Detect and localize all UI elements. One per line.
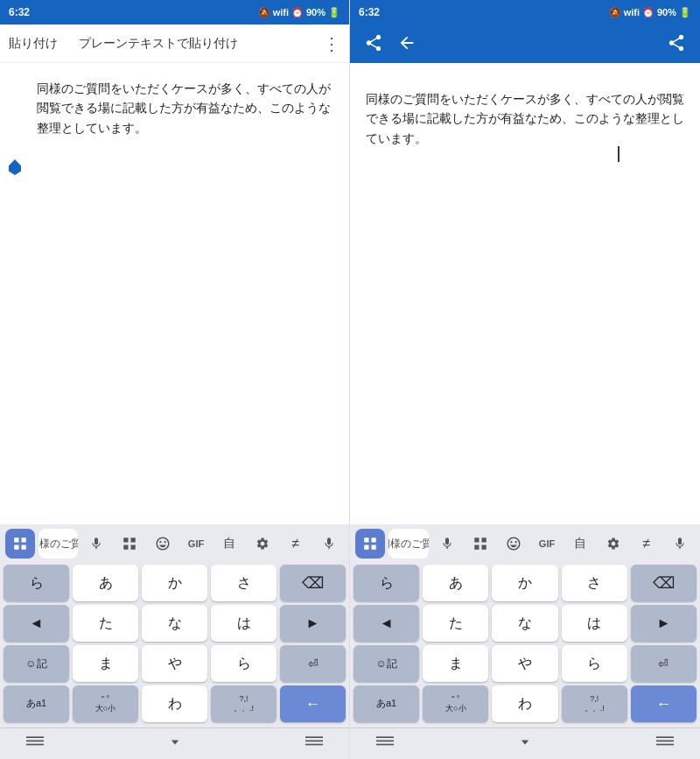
- right-mic2-btn[interactable]: [665, 529, 695, 559]
- key-wa-left[interactable]: わ: [142, 685, 207, 722]
- key-ha-left[interactable]: は: [211, 605, 276, 642]
- right-keyboard-toggle2[interactable]: [656, 736, 674, 748]
- svg-rect-26: [656, 740, 674, 741]
- left-chevron-down[interactable]: [166, 737, 184, 748]
- right-settings-btn[interactable]: [598, 529, 628, 559]
- right-key-na[interactable]: な: [492, 605, 557, 642]
- key-a-left[interactable]: あ: [73, 565, 138, 601]
- key-ma-left[interactable]: ま: [73, 645, 138, 682]
- left-doc-btn[interactable]: 自: [214, 529, 244, 559]
- key-ya-left[interactable]: や: [142, 645, 207, 682]
- right-key-emoji-rec[interactable]: ☺記: [354, 645, 419, 682]
- svg-rect-6: [123, 545, 128, 550]
- back-button[interactable]: [397, 33, 416, 55]
- key-punct-left[interactable]: ?,!。、.!: [211, 685, 276, 722]
- svg-rect-27: [656, 743, 674, 745]
- key-return-left[interactable]: ⏎: [280, 645, 346, 682]
- right-key-ra[interactable]: ら: [562, 645, 627, 682]
- right-key-ka[interactable]: か: [492, 565, 557, 601]
- right-key-wa[interactable]: わ: [492, 685, 557, 722]
- svg-rect-19: [482, 538, 486, 542]
- right-key-right-arrow[interactable]: ►: [631, 605, 696, 642]
- right-key-diacritic[interactable]: " °大○小: [423, 685, 488, 722]
- right-mic-btn[interactable]: [432, 529, 462, 559]
- right-doc-btn[interactable]: 自: [565, 529, 595, 559]
- key-na-left[interactable]: な: [142, 605, 207, 642]
- key-undo-left[interactable]: ら: [4, 565, 69, 601]
- key-ka-left[interactable]: か: [142, 565, 207, 601]
- right-key-mode[interactable]: あa1: [354, 685, 419, 722]
- svg-rect-25: [656, 736, 674, 738]
- share2-button[interactable]: [667, 33, 686, 55]
- left-grid-btn[interactable]: [5, 529, 35, 559]
- key-sa-left[interactable]: さ: [211, 565, 276, 601]
- right-keyboard[interactable]: 自 同様のご質問... GIF 自 ≠ ら: [350, 524, 700, 759]
- right-key-punct[interactable]: ?,!。、.!: [562, 685, 627, 722]
- key-ra-left[interactable]: ら: [211, 645, 276, 682]
- right-key-a[interactable]: あ: [423, 565, 488, 601]
- key-emoji-rec-left[interactable]: ☺記: [4, 645, 69, 682]
- left-keyboard-toggle[interactable]: [26, 736, 44, 748]
- right-key-del[interactable]: ⌫: [631, 565, 696, 601]
- right-keyboard-toggle[interactable]: [376, 736, 394, 748]
- right-key-ta[interactable]: た: [423, 605, 488, 642]
- right-clipboard-btn[interactable]: 自 同様のご質問...: [388, 529, 429, 559]
- right-action-left-icons: [364, 33, 416, 55]
- right-emoji-kbd-btn[interactable]: [499, 529, 528, 559]
- key-ta-left[interactable]: た: [73, 605, 138, 642]
- left-keyboard-rows: ら あ か さ ⌫ ◄ た な は ► ☺記 ま や ら ⏎: [0, 563, 349, 727]
- right-gif-btn[interactable]: GIF: [532, 529, 562, 559]
- left-settings-btn[interactable]: [248, 529, 277, 559]
- left-mic-btn[interactable]: [81, 529, 111, 559]
- right-grid2-btn[interactable]: [466, 529, 495, 559]
- right-key-ya[interactable]: や: [492, 645, 557, 682]
- left-slash-btn[interactable]: ≠: [281, 529, 311, 559]
- right-grid-btn[interactable]: [355, 529, 385, 559]
- right-key-return[interactable]: ⏎: [631, 645, 696, 682]
- right-key-ma[interactable]: ま: [423, 645, 488, 682]
- left-emoji-kbd-btn[interactable]: [148, 529, 178, 559]
- share-button[interactable]: [364, 33, 383, 55]
- right-kb-row-1: ら あ か さ ⌫: [354, 565, 696, 601]
- right-key-ha[interactable]: は: [562, 605, 627, 642]
- right-content-area: 同様のご質問をいただくケースが多く、すべての人が閲覧できる場に記載した方が有益な…: [350, 63, 700, 524]
- left-time: 6:32: [9, 6, 30, 18]
- right-keyboard-rows: ら あ か さ ⌫ ◄ た な は ► ☺記 ま や ら ⏎: [350, 563, 700, 727]
- svg-rect-1: [22, 538, 26, 542]
- left-keyboard[interactable]: 自 同様のご質問... GIF 自 ≠ ら: [0, 524, 349, 759]
- left-clipboard-btn[interactable]: 自 同様のご質問...: [38, 529, 78, 559]
- paste-label[interactable]: 貼り付け: [9, 36, 58, 52]
- left-keyboard-toggle2[interactable]: [305, 736, 323, 748]
- left-gif-btn[interactable]: GIF: [181, 529, 211, 559]
- left-status-bar: 6:32 🔕 wifi ⏰ 90% 🔋: [0, 0, 349, 25]
- signal-icon: 🔕: [258, 7, 270, 18]
- right-key-sa[interactable]: さ: [562, 565, 627, 601]
- svg-rect-10: [26, 743, 44, 745]
- right-kb-row-4: あa1 " °大○小 わ ?,!。、.! ←: [354, 685, 696, 722]
- clipboard-preview: 自 同様のご質問...: [38, 537, 78, 552]
- left-grid2-btn[interactable]: [115, 529, 144, 559]
- blue-dot-indicator: [9, 159, 21, 175]
- key-mode-left[interactable]: あa1: [4, 685, 69, 722]
- text-cursor: [618, 146, 620, 162]
- right-key-undo[interactable]: ら: [354, 565, 419, 601]
- svg-rect-15: [372, 538, 376, 542]
- left-mic2-btn[interactable]: [314, 529, 344, 559]
- right-key-enter[interactable]: ←: [631, 685, 696, 722]
- svg-rect-4: [123, 538, 128, 542]
- key-enter-left[interactable]: ←: [280, 685, 346, 722]
- key-right-arrow-left[interactable]: ►: [280, 605, 346, 642]
- left-kb-row-1: ら あ か さ ⌫: [4, 565, 346, 601]
- more-options-icon[interactable]: ⋮: [323, 33, 340, 54]
- key-del-left[interactable]: ⌫: [280, 565, 346, 601]
- right-chevron-down[interactable]: [516, 737, 534, 748]
- key-diacritic-left[interactable]: " °大○小: [73, 685, 138, 722]
- right-key-left-arrow[interactable]: ◄: [354, 605, 419, 642]
- right-slash-btn[interactable]: ≠: [632, 529, 662, 559]
- plain-paste-label[interactable]: プレーンテキストで貼り付け: [79, 36, 238, 52]
- right-signal-icon: 🔕: [609, 7, 621, 18]
- svg-rect-12: [305, 740, 323, 741]
- key-left-arrow-left[interactable]: ◄: [4, 605, 69, 642]
- battery-text: 90%: [306, 7, 326, 18]
- left-panel: 6:32 🔕 wifi ⏰ 90% 🔋 貼り付け プレーンテキストで貼り付け ⋮…: [0, 0, 350, 759]
